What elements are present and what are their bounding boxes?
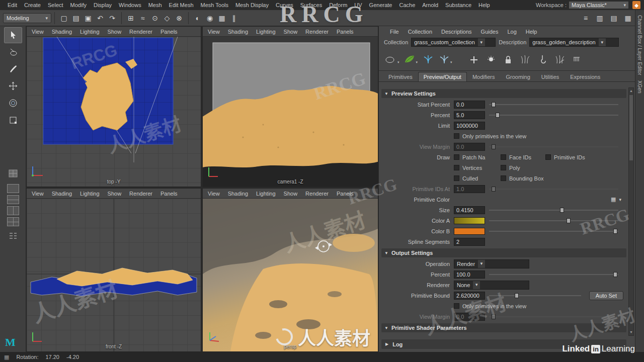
collection-dropdown[interactable]: grass_custom_collection ▼ <box>411 38 496 47</box>
redo-icon[interactable]: ↷ <box>106 12 118 24</box>
description-leaf-icon[interactable]: ▾ <box>404 51 418 66</box>
face-ids-checkbox[interactable] <box>501 154 506 160</box>
color-a-slider[interactable] <box>489 217 618 225</box>
snap-to-curve-icon[interactable]: ≈ <box>137 12 149 24</box>
color-a-swatch[interactable] <box>454 217 485 224</box>
viewport-camera-canvas[interactable]: camera1 -Z <box>203 37 378 187</box>
move-tool-button[interactable] <box>4 78 22 95</box>
menu-uv[interactable]: UV <box>351 2 365 8</box>
lasso-tool-button[interactable] <box>4 44 22 60</box>
tab-expressions[interactable]: Expressions <box>565 72 606 81</box>
rotate-tool-button[interactable] <box>4 96 22 112</box>
menu-arnold[interactable]: Arnold <box>419 2 442 8</box>
layout-four-pane-button[interactable] <box>7 195 19 204</box>
paint-effects-panel-button[interactable] <box>4 166 22 182</box>
hook-tool-icon[interactable] <box>536 51 549 66</box>
xgen-scrollbar[interactable]: ▲ ▼ <box>628 87 634 336</box>
operation-dropdown[interactable]: Render ▼ <box>454 259 529 268</box>
vp-menu-renderer[interactable]: Renderer <box>305 29 329 35</box>
renderer-dropdown[interactable]: None ▼ <box>454 281 529 290</box>
vp-menu-lighting[interactable]: Lighting <box>80 191 100 197</box>
render-settings-icon[interactable]: ▦ <box>216 12 228 24</box>
menu-substance[interactable]: Substance <box>442 2 475 8</box>
vp-menu-show[interactable]: Show <box>108 191 122 197</box>
vp-menu-panels[interactable]: Panels <box>337 191 354 197</box>
make-live-icon[interactable]: ⊗ <box>173 12 185 24</box>
scroll-up-icon[interactable]: ▲ <box>629 88 633 94</box>
channel-box-icon[interactable]: ▤ <box>608 12 620 24</box>
new-scene-icon[interactable]: ▢ <box>58 12 70 24</box>
channel-box-tab[interactable]: Channel Box / Layer Editor <box>637 15 642 75</box>
start-percent-slider[interactable] <box>489 101 618 109</box>
vp-menu-shading[interactable]: Shading <box>52 191 72 197</box>
output-settings-header[interactable]: ▼ Output Settings <box>381 248 626 257</box>
description-dropdown[interactable]: grass_golden_description ▼ <box>529 38 619 47</box>
menu-select[interactable]: Select <box>44 2 67 8</box>
ipr-render-icon[interactable]: ◉ <box>204 12 216 24</box>
menu-mesh-display[interactable]: Mesh Display <box>232 2 272 8</box>
viewport-front-canvas[interactable]: front -Z <box>27 199 201 351</box>
color-b-swatch[interactable] <box>454 228 485 235</box>
menu-set-dropdown[interactable]: Modeling ▾ <box>3 13 51 23</box>
outliner-panel-button[interactable] <box>4 228 22 244</box>
vp-menu-lighting[interactable]: Lighting <box>80 29 100 35</box>
tab-grooming[interactable]: Grooming <box>501 72 536 81</box>
open-scene-icon[interactable]: ▤ <box>70 12 82 24</box>
comb-tool-icon[interactable] <box>570 51 583 66</box>
attribute-editor-icon[interactable]: ▦ <box>622 12 634 24</box>
layout-two-pane-button[interactable] <box>7 206 19 215</box>
vp-menu-view[interactable]: View <box>32 29 44 35</box>
culled-checkbox[interactable] <box>454 175 459 181</box>
tab-modifiers[interactable]: Modifiers <box>467 72 501 81</box>
vp-menu-show[interactable]: Show <box>284 191 298 197</box>
menu-display[interactable]: Display <box>90 2 115 8</box>
menu-deform[interactable]: Deform <box>326 2 351 8</box>
vp-menu-shading[interactable]: Shading <box>228 191 248 197</box>
save-scene-icon[interactable]: ▣ <box>82 12 94 24</box>
add-guide-icon[interactable] <box>467 51 480 66</box>
vp-menu-panels[interactable]: Panels <box>337 29 354 35</box>
output-percent-slider[interactable] <box>489 270 618 279</box>
xgen-menu-log[interactable]: Log <box>503 29 520 35</box>
lock-guides-icon[interactable] <box>502 51 515 66</box>
percent-slider[interactable] <box>489 111 618 119</box>
menu-mesh-tools[interactable]: Mesh Tools <box>197 2 232 8</box>
only-primitives-checkbox[interactable] <box>454 133 459 139</box>
xgen-tab[interactable]: XGen <box>637 80 642 94</box>
size-slider[interactable] <box>489 206 618 214</box>
output-percent-field[interactable]: 100.0 <box>454 270 485 279</box>
primitive-bound-field[interactable]: 2.620000 <box>454 292 485 300</box>
menu-modify[interactable]: Modify <box>67 2 90 8</box>
workspace-dropdown[interactable]: Maya Classic* ▾ <box>569 1 629 9</box>
vp-menu-shading[interactable]: Shading <box>52 29 72 35</box>
create-spline-description-icon[interactable] <box>422 51 435 66</box>
xgen-menu-file[interactable]: File <box>386 29 403 35</box>
vp-menu-panels[interactable]: Panels <box>160 29 178 35</box>
menu-edit-mesh[interactable]: Edit Mesh <box>166 2 197 8</box>
layout-single-pane-button[interactable] <box>7 184 19 193</box>
scale-tool-button[interactable] <box>4 113 22 129</box>
pause-viewport-icon[interactable]: ∥ <box>228 12 240 24</box>
vp-menu-show[interactable]: Show <box>108 29 122 35</box>
menu-help[interactable]: Help <box>475 2 494 8</box>
select-tool-button[interactable] <box>4 27 22 43</box>
chevron-down-icon[interactable]: ▾ <box>619 197 621 202</box>
vp-menu-lighting[interactable]: Lighting <box>256 29 276 35</box>
vp-menu-renderer[interactable]: Renderer <box>305 191 329 197</box>
menu-generate[interactable]: Generate <box>366 2 396 8</box>
vp-menu-view[interactable]: View <box>32 191 44 197</box>
poly-checkbox[interactable] <box>501 165 506 170</box>
viewport-top-canvas[interactable]: top -Y <box>27 37 201 187</box>
shader-params-header[interactable]: ▼ Primitive Shader Parameters <box>381 323 626 332</box>
menu-windows[interactable]: Windows <box>115 2 145 8</box>
menu-cache[interactable]: Cache <box>395 2 419 8</box>
menubar-app-icon[interactable]: ◆ <box>632 1 640 9</box>
spline-segments-field[interactable]: 2 <box>454 238 485 246</box>
select-description-icon[interactable]: ▾ <box>385 51 399 66</box>
color-b-slider[interactable] <box>489 227 618 235</box>
vp-menu-shading[interactable]: Shading <box>228 29 248 35</box>
menu-surfaces[interactable]: Surfaces <box>297 2 326 8</box>
texture-map-icon[interactable]: ▦ <box>611 196 616 203</box>
edit-spline-description-icon[interactable]: ▾ <box>439 51 452 66</box>
percent-field[interactable]: 5.0 <box>454 111 485 119</box>
